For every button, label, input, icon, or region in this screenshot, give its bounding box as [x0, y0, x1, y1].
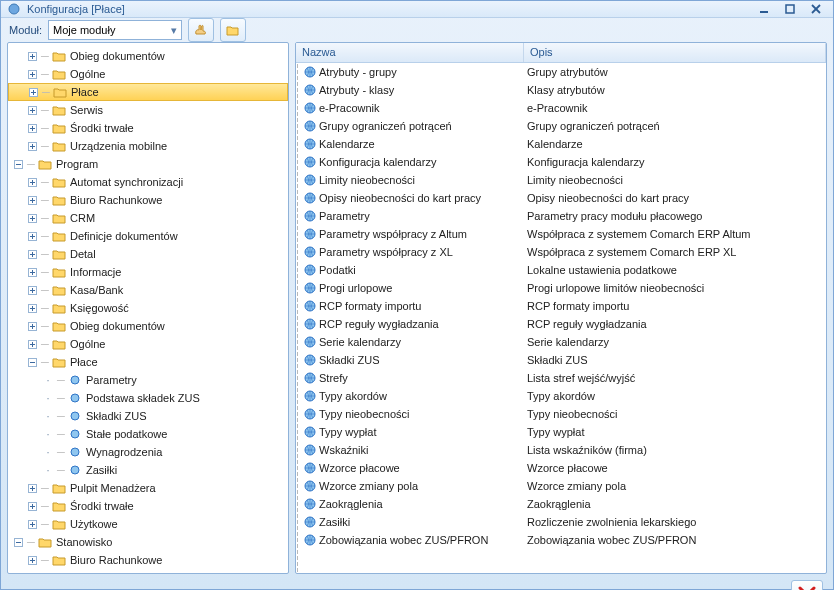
expand-icon[interactable]	[26, 250, 38, 259]
close-button[interactable]	[805, 1, 827, 17]
tree-folder[interactable]: ─Biuro Rachunkowe	[8, 551, 288, 569]
tree-folder[interactable]: ─Automat synchronizacji	[8, 173, 288, 191]
grid-row[interactable]: Zobowiązania wobec ZUS/PFRONZobowiązania…	[299, 531, 826, 549]
collapse-icon[interactable]	[12, 538, 24, 547]
grid-row[interactable]: Limity nieobecnościLimity nieobecności	[299, 171, 826, 189]
tree-panel[interactable]: ─Obieg dokumentów─Ogólne─Płace─Serwis─Śr…	[7, 42, 289, 574]
expand-icon[interactable]	[26, 304, 38, 313]
tree-folder[interactable]: ─Pulpit Menadżera	[8, 479, 288, 497]
titlebar[interactable]: Konfiguracja [Płace]	[1, 1, 833, 18]
expand-icon[interactable]	[26, 70, 38, 79]
collapse-icon[interactable]	[12, 160, 24, 169]
tree-label: Wynagrodzenia	[83, 446, 162, 458]
config-tree[interactable]: ─Obieg dokumentów─Ogólne─Płace─Serwis─Śr…	[8, 47, 288, 569]
grid-row[interactable]: Parametry współpracy z AltumWspółpraca z…	[299, 225, 826, 243]
expand-icon[interactable]	[26, 232, 38, 241]
close-dialog-button[interactable]	[791, 580, 823, 590]
globe-icon	[303, 138, 317, 150]
tree-folder[interactable]: ─Urządzenia mobilne	[8, 137, 288, 155]
tree-folder[interactable]: ─Obieg dokumentów	[8, 47, 288, 65]
maximize-button[interactable]	[779, 1, 801, 17]
toolbar-button-2[interactable]	[220, 18, 246, 42]
grid-row[interactable]: ParametryParametry pracy modułu płacoweg…	[299, 207, 826, 225]
grid-row[interactable]: Wzorce zmiany polaWzorce zmiany pola	[299, 477, 826, 495]
tree-leaf[interactable]: ·─Stałe podatkowe	[8, 425, 288, 443]
tree-folder[interactable]: ─Serwis	[8, 101, 288, 119]
column-header-desc[interactable]: Opis	[524, 43, 826, 62]
grid-row[interactable]: Serie kalendarzySerie kalendarzy	[299, 333, 826, 351]
grid-row[interactable]: RCP formaty importuRCP formaty importu	[299, 297, 826, 315]
grid-row[interactable]: Typy akordówTypy akordów	[299, 387, 826, 405]
grid-row[interactable]: Progi urlopoweProgi urlopowe limitów nie…	[299, 279, 826, 297]
grid-row[interactable]: Grupy ograniczeń potrąceńGrupy ogranicze…	[299, 117, 826, 135]
tree-folder[interactable]: ─Użytkowe	[8, 515, 288, 533]
grid-row[interactable]: WskaźnikiLista wskaźników (firma)	[299, 441, 826, 459]
expand-icon[interactable]	[26, 106, 38, 115]
minimize-button[interactable]	[753, 1, 775, 17]
expand-icon[interactable]	[26, 214, 38, 223]
tree-connector: ·	[42, 410, 54, 422]
tree-folder[interactable]: ─Kasa/Bank	[8, 281, 288, 299]
tree-leaf[interactable]: ·─Zasiłki	[8, 461, 288, 479]
tree-folder[interactable]: ─CRM	[8, 209, 288, 227]
grid-row[interactable]: Atrybuty - grupyGrupy atrybutów	[299, 63, 826, 81]
tree-folder[interactable]: ─Biuro Rachunkowe	[8, 191, 288, 209]
expand-icon[interactable]	[26, 178, 38, 187]
grid-row[interactable]: Typy nieobecnościTypy nieobecności	[299, 405, 826, 423]
tree-folder[interactable]: ─Program	[8, 155, 288, 173]
tree-leaf[interactable]: ·─Parametry	[8, 371, 288, 389]
tree-folder[interactable]: ─Stanowisko	[8, 533, 288, 551]
tree-folder[interactable]: ─Płace	[8, 83, 288, 101]
collapse-icon[interactable]	[26, 358, 38, 367]
tree-folder[interactable]: ─Środki trwałe	[8, 119, 288, 137]
grid-row[interactable]: RCP reguły wygładzaniaRCP reguły wygładz…	[299, 315, 826, 333]
column-header-name[interactable]: Nazwa	[296, 43, 524, 62]
tree-leaf[interactable]: ·─Składki ZUS	[8, 407, 288, 425]
tree-folder[interactable]: ─Definicje dokumentów	[8, 227, 288, 245]
expand-icon[interactable]	[26, 286, 38, 295]
tree-folder[interactable]: ─Środki trwałe	[8, 497, 288, 515]
grid-row[interactable]: Parametry współpracy z XLWspółpraca z sy…	[299, 243, 826, 261]
row-desc: Lista wskaźników (firma)	[527, 444, 822, 456]
expand-icon[interactable]	[26, 142, 38, 151]
module-combo[interactable]: Moje moduły ▾	[48, 20, 182, 40]
grid-row[interactable]: Typy wypłatTypy wypłat	[299, 423, 826, 441]
tree-folder[interactable]: ─Ogólne	[8, 65, 288, 83]
tree-folder[interactable]: ─Płace	[8, 353, 288, 371]
expand-icon[interactable]	[26, 484, 38, 493]
expand-icon[interactable]	[26, 556, 38, 565]
globe-icon	[303, 426, 317, 438]
grid-body[interactable]: Atrybuty - grupyGrupy atrybutówAtrybuty …	[299, 63, 826, 573]
grid-row[interactable]: Konfiguracja kalendarzyKonfiguracja kale…	[299, 153, 826, 171]
tree-folder[interactable]: ─Detal	[8, 245, 288, 263]
grid-row[interactable]: Atrybuty - klasyKlasy atrybutów	[299, 81, 826, 99]
expand-icon[interactable]	[26, 502, 38, 511]
expand-icon[interactable]	[26, 268, 38, 277]
expand-icon[interactable]	[26, 322, 38, 331]
expand-icon[interactable]	[27, 88, 39, 97]
grid-row[interactable]: e-Pracownike-Pracownik	[299, 99, 826, 117]
expand-icon[interactable]	[26, 340, 38, 349]
folder-icon	[37, 158, 53, 170]
expand-icon[interactable]	[26, 196, 38, 205]
tree-leaf[interactable]: ·─Wynagrodzenia	[8, 443, 288, 461]
grid-row[interactable]: StrefyLista stref wejść/wyjść	[299, 369, 826, 387]
grid-row[interactable]: PodatkiLokalne ustawienia podatkowe	[299, 261, 826, 279]
grid-row[interactable]: ZaokrągleniaZaokrąglenia	[299, 495, 826, 513]
tree-folder[interactable]: ─Księgowość	[8, 299, 288, 317]
tree-folder[interactable]: ─Ogólne	[8, 335, 288, 353]
expand-icon[interactable]	[26, 124, 38, 133]
tree-folder[interactable]: ─Obieg dokumentów	[8, 317, 288, 335]
tree-line: ─	[39, 554, 51, 566]
tree-leaf[interactable]: ·─Podstawa składek ZUS	[8, 389, 288, 407]
grid-row[interactable]: Opisy nieobecności do kart pracyOpisy ni…	[299, 189, 826, 207]
tree-folder[interactable]: ─Informacje	[8, 263, 288, 281]
grid-row[interactable]: Składki ZUSSkładki ZUS	[299, 351, 826, 369]
expand-icon[interactable]	[26, 520, 38, 529]
item-icon	[67, 446, 83, 458]
toolbar-button-1[interactable]	[188, 18, 214, 42]
grid-row[interactable]: ZasiłkiRozliczenie zwolnienia lekarskieg…	[299, 513, 826, 531]
grid-row[interactable]: Wzorce płacoweWzorce płacowe	[299, 459, 826, 477]
expand-icon[interactable]	[26, 52, 38, 61]
grid-row[interactable]: KalendarzeKalendarze	[299, 135, 826, 153]
